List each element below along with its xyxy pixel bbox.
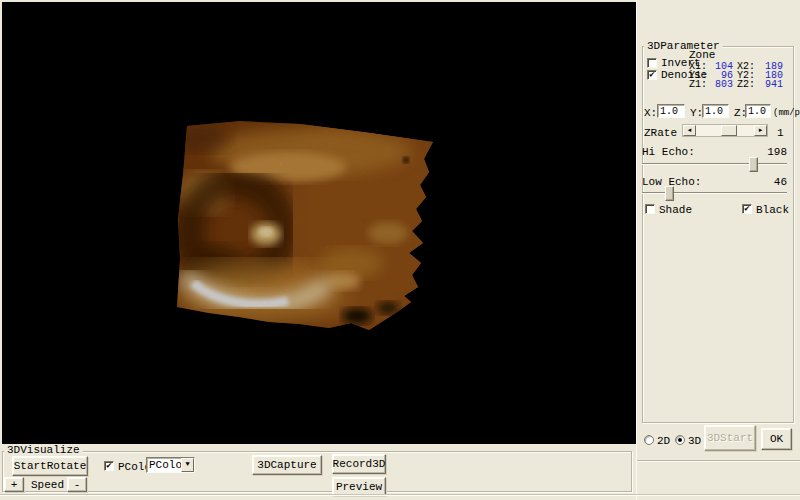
pcolor-checkbox[interactable]: ✔ <box>104 461 114 471</box>
low-echo-slider-thumb[interactable] <box>665 186 674 201</box>
x-scale-label: X: <box>644 108 657 119</box>
pcolor-dropdown[interactable]: PColor ▼ <box>146 457 195 473</box>
3dstart-button[interactable]: 3DStart <box>704 425 756 451</box>
low-echo-slider-track[interactable] <box>642 192 787 194</box>
shade-label: Shade <box>659 205 692 216</box>
start-rotate-button[interactable]: StartRotate <box>12 456 88 476</box>
dropdown-arrow-icon[interactable]: ▼ <box>181 458 194 472</box>
hi-echo-label: Hi Echo: <box>642 147 695 158</box>
ultrasound-viewport[interactable] <box>2 2 636 444</box>
visualize-panel: 3DVisualize StartRotate + Speed - ✔ PCol… <box>0 444 636 500</box>
visualize-group-title: 3DVisualize <box>4 445 83 456</box>
y-scale-input[interactable] <box>702 104 729 118</box>
zrate-scroll-right-icon[interactable]: ► <box>754 125 767 136</box>
mode-2d-radio[interactable] <box>644 435 654 445</box>
parameter-groupbox <box>642 46 794 423</box>
speed-minus-button[interactable]: - <box>67 477 87 492</box>
window-bottom-border <box>0 494 800 496</box>
zone-z1-value: 803 <box>703 79 733 90</box>
ok-button[interactable]: OK <box>761 428 792 450</box>
invert-checkbox[interactable] <box>647 58 657 68</box>
hi-echo-slider-track[interactable] <box>642 163 787 165</box>
check-icon: ✔ <box>744 204 749 214</box>
zrate-scrollbar[interactable]: ◄ ► <box>682 124 768 137</box>
speed-label: Speed <box>31 480 64 491</box>
zrate-label: ZRate <box>644 128 677 139</box>
scale-unit-label: (mm/p) <box>773 108 800 119</box>
zrate-scroll-left-icon[interactable]: ◄ <box>683 125 696 136</box>
black-label: Black <box>756 205 789 216</box>
black-checkbox[interactable]: ✔ <box>742 204 752 214</box>
panel-divider <box>637 460 800 462</box>
shade-checkbox[interactable] <box>645 204 655 214</box>
hi-echo-value: 198 <box>757 147 787 158</box>
denoise-checkbox[interactable]: ✔ <box>647 70 657 80</box>
app-window: 3DParameter Invert ✔ Denoise Zone X1: 10… <box>0 0 800 500</box>
record3d-button[interactable]: Record3D <box>332 454 386 474</box>
x-scale-input[interactable] <box>657 104 685 118</box>
hi-echo-slider-thumb[interactable] <box>749 157 758 172</box>
ultrasound-3d-image <box>2 2 636 444</box>
zrate-scroll-thumb[interactable] <box>721 125 737 136</box>
zone-z2-value: 941 <box>753 79 783 90</box>
check-icon: ✔ <box>649 70 654 80</box>
mode-3d-label: 3D <box>688 436 701 447</box>
mode-2d-label: 2D <box>657 436 670 447</box>
speed-plus-button[interactable]: + <box>4 477 24 492</box>
z-scale-input[interactable] <box>745 104 771 118</box>
check-icon: ✔ <box>106 461 111 471</box>
3dcapture-button[interactable]: 3DCapture <box>252 455 322 475</box>
parameter-panel: 3DParameter Invert ✔ Denoise Zone X1: 10… <box>636 0 800 500</box>
low-echo-value: 46 <box>757 177 787 188</box>
mode-3d-radio[interactable] <box>675 435 685 445</box>
zrate-value: 1 <box>777 128 784 139</box>
zone-label: Zone <box>689 50 715 61</box>
